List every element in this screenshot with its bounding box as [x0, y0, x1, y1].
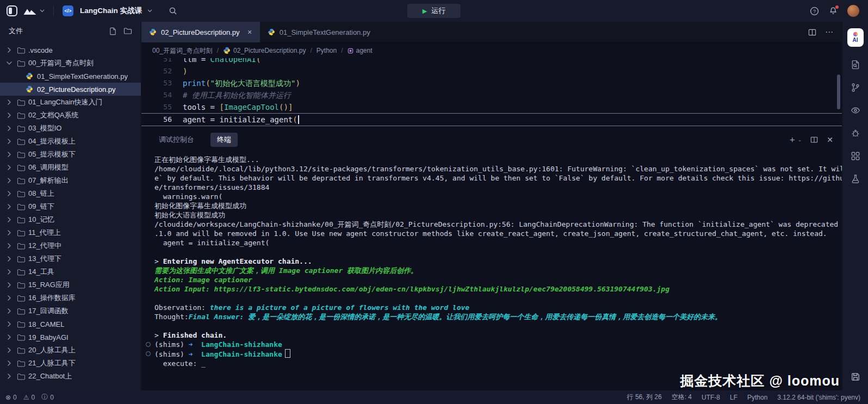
- python-interpreter[interactable]: 3.12.2 64-bit ('shims': pyenv): [777, 394, 860, 401]
- breadcrumb-item[interactable]: agent: [348, 47, 373, 54]
- tree-folder-item[interactable]: 12_代理中: [0, 239, 141, 252]
- folder-icon: [16, 138, 25, 145]
- warning-icon: ⚠: [23, 394, 29, 401]
- svg-text:?: ?: [813, 8, 816, 14]
- notifications-bell-icon[interactable]: [829, 7, 838, 15]
- debug-bug-icon[interactable]: [851, 128, 860, 138]
- terminal-line: 正在初始化图像字幕生成模型...: [154, 155, 833, 164]
- indentation[interactable]: 空格: 4: [672, 393, 692, 402]
- folder-icon: [16, 60, 25, 67]
- tree-folder-item[interactable]: 04_提示模板上: [0, 135, 141, 148]
- tree-folder-item[interactable]: 11_代理上: [0, 226, 141, 239]
- help-icon[interactable]: ?: [810, 7, 819, 16]
- new-file-icon[interactable]: [109, 27, 117, 35]
- split-editor-icon[interactable]: [808, 28, 816, 36]
- tab-debug-console[interactable]: 调试控制台: [152, 133, 201, 147]
- tab-terminal[interactable]: 终端: [210, 133, 238, 147]
- tree-folder-item[interactable]: 17_回调函数: [0, 304, 141, 318]
- error-count[interactable]: ⊗0: [5, 394, 17, 401]
- chevron-icon: [7, 60, 13, 66]
- tree-folder-item[interactable]: 14_工具: [0, 265, 141, 278]
- tree-folder-item[interactable]: 02_文档QA系统: [0, 109, 141, 122]
- breadcrumb-item[interactable]: 02_PictureDescription.py: [223, 47, 306, 54]
- tab-label: 01_SimpleTextGeneration.py: [280, 28, 370, 36]
- warning-count[interactable]: ⚠0: [23, 394, 35, 401]
- cursor-position[interactable]: 行 56, 列 26: [627, 393, 662, 402]
- chevron-icon: [7, 113, 13, 118]
- project-name[interactable]: LangChain 实战课: [80, 6, 142, 16]
- breadcrumb-item[interactable]: 00_开篇词_奇点时刻: [152, 46, 213, 55]
- tree-folder-item[interactable]: 21_人脉工具下: [0, 357, 141, 370]
- tree-item-label: 16_操作数据库: [28, 293, 76, 303]
- language-mode[interactable]: Python: [747, 394, 767, 401]
- tree-item-label: 09_链下: [28, 202, 54, 212]
- tree-folder-item[interactable]: .vscode: [0, 43, 141, 57]
- tree-folder-item[interactable]: 00_开篇词_奇点时刻: [0, 57, 141, 70]
- eol[interactable]: LF: [730, 394, 737, 401]
- code-editor[interactable]: 51llm = ChatOpenAI(52)53print("初始化大语言模型成…: [141, 58, 842, 130]
- tree-folder-item[interactable]: 18_CAMEL: [0, 318, 141, 331]
- tree-folder-item[interactable]: 03_模型IO: [0, 122, 141, 135]
- close-tab-icon[interactable]: ✕: [247, 29, 252, 36]
- terminal-line: 需要为这张图生成中文推广文案，调用 Image captioner 获取图片内容…: [154, 266, 833, 275]
- tree-item-label: 13_代理下: [28, 254, 61, 264]
- save-icon[interactable]: [851, 372, 860, 382]
- editor-scrollbar[interactable]: [837, 74, 840, 109]
- editor-tab[interactable]: 01_SimpleTextGeneration.py: [260, 22, 378, 42]
- code-line: 52): [141, 65, 842, 77]
- ai-assistant-button[interactable]: AI: [847, 28, 864, 47]
- file-search-icon[interactable]: [851, 60, 860, 70]
- editor-tab[interactable]: 02_PictureDescription.py✕: [141, 22, 260, 42]
- terminal-line: e/transformers/issues/31884: [154, 183, 833, 192]
- tree-item-label: 01_SimpleTextGeneration.py: [37, 72, 128, 80]
- tree-item-label: 18_CAMEL: [28, 320, 64, 328]
- split-panel-icon[interactable]: [810, 136, 818, 144]
- folder-icon: [16, 125, 25, 132]
- folder-icon: [16, 203, 25, 210]
- line-number: 52: [141, 65, 183, 77]
- brand-logo[interactable]: [23, 7, 45, 15]
- info-count[interactable]: ⓘ0: [41, 393, 54, 402]
- more-actions-icon[interactable]: ⋯: [825, 27, 833, 37]
- new-folder-icon[interactable]: [123, 27, 132, 35]
- new-terminal-icon[interactable]: ＋⌄: [788, 135, 802, 144]
- search-icon[interactable]: [169, 7, 177, 15]
- tree-folder-item[interactable]: 15_RAG应用: [0, 278, 141, 291]
- tree-file-item[interactable]: 02_PictureDescription.py: [0, 83, 141, 96]
- git-branch-icon[interactable]: [851, 83, 860, 92]
- tree-folder-item[interactable]: 09_链下: [0, 200, 141, 213]
- tree-folder-item[interactable]: 08_链上: [0, 187, 141, 200]
- tree-folder-item[interactable]: 01_LangChain快速入门: [0, 96, 141, 109]
- tree-folder-item[interactable]: 05_提示模板下: [0, 148, 141, 161]
- tree-folder-item[interactable]: 07_解析输出: [0, 174, 141, 187]
- close-panel-icon[interactable]: ✕: [827, 136, 833, 144]
- run-button[interactable]: ▶ 运行: [407, 4, 461, 18]
- chevron-icon: [7, 139, 13, 144]
- code-line: 56agent = initialize_agent(: [141, 113, 842, 126]
- preview-eye-icon[interactable]: [851, 105, 860, 115]
- encoding[interactable]: UTF-8: [702, 394, 720, 401]
- tree-folder-item[interactable]: 06_调用模型: [0, 161, 141, 174]
- tree-file-item[interactable]: 01_SimpleTextGeneration.py: [0, 70, 141, 83]
- chevron-icon: [7, 269, 13, 275]
- avatar[interactable]: [847, 5, 859, 17]
- tree-folder-item[interactable]: 10_记忆: [0, 213, 141, 226]
- top-bar: </> LangChain 实战课 ▶ 运行 ?: [0, 0, 868, 22]
- breadcrumb-separator: /: [217, 47, 219, 54]
- folder-icon: [16, 282, 25, 289]
- test-flask-icon[interactable]: [851, 174, 860, 184]
- tree-folder-item[interactable]: 20_人脉工具上: [0, 344, 141, 357]
- apps-grid-icon[interactable]: [851, 151, 860, 161]
- tab-label: 02_PictureDescription.py: [161, 28, 240, 36]
- tree-folder-item[interactable]: 22_Chatbot上: [0, 370, 141, 383]
- breadcrumb-item[interactable]: Python: [317, 47, 337, 54]
- terminal-output[interactable]: 正在初始化图像字幕生成模型.../home/cloudide/.local/li…: [141, 150, 842, 390]
- code-line: 51llm = ChatOpenAI(: [141, 58, 842, 65]
- app-menu-icon[interactable]: [7, 5, 17, 16]
- breadcrumb-separator: /: [310, 47, 312, 54]
- tree-item-label: 04_提示模板上: [28, 136, 76, 146]
- tree-folder-item[interactable]: 13_代理下: [0, 252, 141, 265]
- chevron-down-icon[interactable]: [147, 9, 152, 13]
- tree-folder-item[interactable]: 19_BabyAGI: [0, 331, 141, 344]
- tree-folder-item[interactable]: 16_操作数据库: [0, 291, 141, 304]
